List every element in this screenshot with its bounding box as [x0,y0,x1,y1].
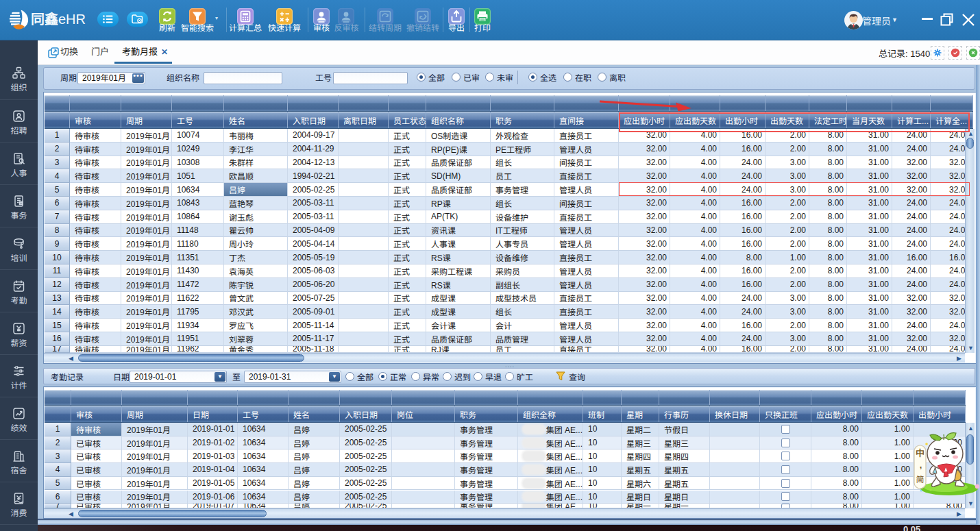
svg-text:中: 中 [916,448,924,458]
svg-text:,: , [920,460,922,470]
svg-text:简: 简 [916,475,924,484]
